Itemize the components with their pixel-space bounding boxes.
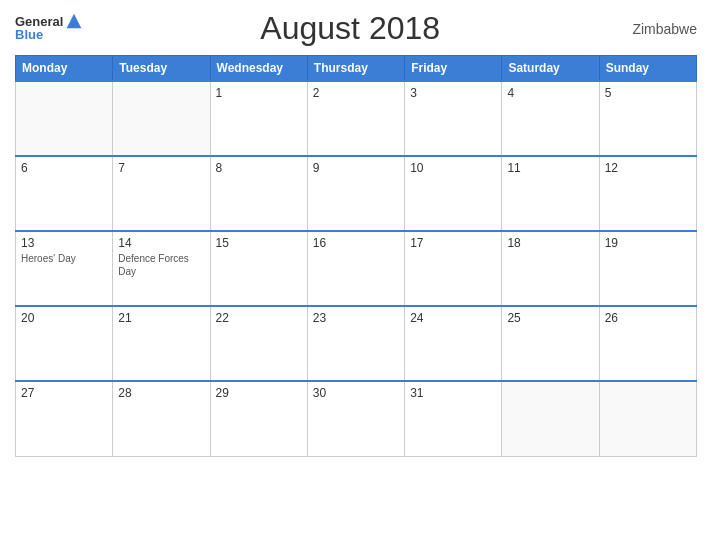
calendar-cell [16, 81, 113, 156]
calendar-cell: 1 [210, 81, 307, 156]
day-number: 2 [313, 86, 399, 100]
country-label: Zimbabwe [617, 21, 697, 37]
calendar-cell: 31 [405, 381, 502, 456]
calendar-cell: 26 [599, 306, 696, 381]
calendar-cell [502, 381, 599, 456]
calendar-cell: 6 [16, 156, 113, 231]
calendar-cell: 20 [16, 306, 113, 381]
day-number: 16 [313, 236, 399, 250]
calendar-week-row: 20212223242526 [16, 306, 697, 381]
day-number: 19 [605, 236, 691, 250]
calendar-cell: 21 [113, 306, 210, 381]
calendar-cell: 18 [502, 231, 599, 306]
calendar-cell [599, 381, 696, 456]
calendar-cell: 14Defence Forces Day [113, 231, 210, 306]
header-tuesday: Tuesday [113, 56, 210, 82]
calendar-cell: 25 [502, 306, 599, 381]
holiday-name: Defence Forces Day [118, 252, 204, 278]
calendar-week-row: 2728293031 [16, 381, 697, 456]
day-number: 13 [21, 236, 107, 250]
logo-icon [65, 12, 83, 30]
calendar-cell: 12 [599, 156, 696, 231]
day-number: 24 [410, 311, 496, 325]
calendar-cell: 10 [405, 156, 502, 231]
day-number: 22 [216, 311, 302, 325]
calendar-cell: 24 [405, 306, 502, 381]
calendar-cell: 22 [210, 306, 307, 381]
calendar-cell: 16 [307, 231, 404, 306]
calendar-week-row: 6789101112 [16, 156, 697, 231]
logo: General Blue [15, 14, 83, 42]
day-number: 4 [507, 86, 593, 100]
day-number: 10 [410, 161, 496, 175]
calendar-week-row: 13Heroes' Day14Defence Forces Day1516171… [16, 231, 697, 306]
calendar-cell: 11 [502, 156, 599, 231]
day-number: 21 [118, 311, 204, 325]
day-number: 3 [410, 86, 496, 100]
calendar-cell: 27 [16, 381, 113, 456]
calendar-cell: 8 [210, 156, 307, 231]
header-thursday: Thursday [307, 56, 404, 82]
calendar-cell: 23 [307, 306, 404, 381]
day-number: 30 [313, 386, 399, 400]
day-number: 5 [605, 86, 691, 100]
day-number: 17 [410, 236, 496, 250]
calendar-cell: 7 [113, 156, 210, 231]
calendar-cell: 28 [113, 381, 210, 456]
day-number: 1 [216, 86, 302, 100]
day-number: 12 [605, 161, 691, 175]
svg-marker-0 [67, 14, 82, 29]
calendar-cell [113, 81, 210, 156]
calendar-cell: 3 [405, 81, 502, 156]
day-number: 15 [216, 236, 302, 250]
calendar-cell: 15 [210, 231, 307, 306]
calendar-header: General Blue August 2018 Zimbabwe [15, 10, 697, 47]
calendar-table: Monday Tuesday Wednesday Thursday Friday… [15, 55, 697, 457]
calendar-cell: 29 [210, 381, 307, 456]
calendar-title: August 2018 [83, 10, 617, 47]
day-number: 20 [21, 311, 107, 325]
logo-blue-text: Blue [15, 28, 43, 42]
calendar-cell: 2 [307, 81, 404, 156]
day-number: 26 [605, 311, 691, 325]
calendar-week-row: 12345 [16, 81, 697, 156]
day-number: 7 [118, 161, 204, 175]
header-friday: Friday [405, 56, 502, 82]
calendar-cell: 19 [599, 231, 696, 306]
calendar-cell: 5 [599, 81, 696, 156]
day-number: 14 [118, 236, 204, 250]
day-number: 29 [216, 386, 302, 400]
calendar-cell: 17 [405, 231, 502, 306]
header-monday: Monday [16, 56, 113, 82]
calendar-page: General Blue August 2018 Zimbabwe Monday… [0, 0, 712, 550]
day-number: 25 [507, 311, 593, 325]
day-number: 11 [507, 161, 593, 175]
header-saturday: Saturday [502, 56, 599, 82]
calendar-cell: 4 [502, 81, 599, 156]
day-number: 27 [21, 386, 107, 400]
day-number: 18 [507, 236, 593, 250]
calendar-cell: 30 [307, 381, 404, 456]
header-sunday: Sunday [599, 56, 696, 82]
weekday-header-row: Monday Tuesday Wednesday Thursday Friday… [16, 56, 697, 82]
holiday-name: Heroes' Day [21, 252, 107, 265]
calendar-cell: 9 [307, 156, 404, 231]
day-number: 31 [410, 386, 496, 400]
header-wednesday: Wednesday [210, 56, 307, 82]
day-number: 28 [118, 386, 204, 400]
day-number: 6 [21, 161, 107, 175]
calendar-cell: 13Heroes' Day [16, 231, 113, 306]
day-number: 23 [313, 311, 399, 325]
day-number: 9 [313, 161, 399, 175]
day-number: 8 [216, 161, 302, 175]
